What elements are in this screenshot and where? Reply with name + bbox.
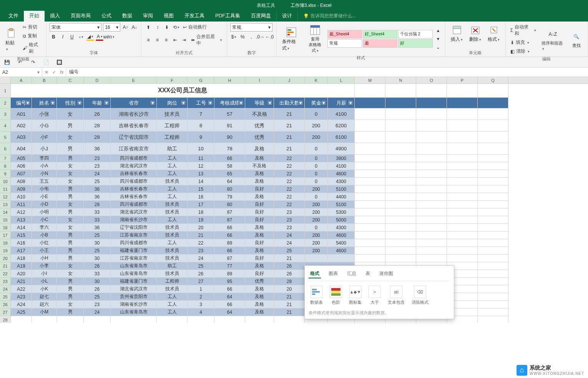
table-cell[interactable]: 辽宁省沈阳市 xyxy=(111,224,157,231)
table-cell[interactable]: 四川省成都市 xyxy=(111,155,157,162)
table-cell[interactable] xyxy=(478,301,508,308)
table-cell[interactable]: 200 xyxy=(305,120,328,132)
table-cell[interactable]: 小J xyxy=(32,143,57,155)
table-header-cell[interactable]: 岗位▾ xyxy=(157,98,188,108)
table-cell[interactable]: 21 xyxy=(274,143,305,155)
column-header-N[interactable]: N xyxy=(385,77,416,83)
table-cell[interactable] xyxy=(416,155,447,162)
table-cell[interactable]: 及格 xyxy=(245,170,274,178)
table-cell[interactable] xyxy=(355,178,385,185)
table-cell[interactable]: 24 xyxy=(188,255,214,262)
table-cell[interactable]: 12 xyxy=(188,162,214,170)
filter-dropdown[interactable]: ▾ xyxy=(348,100,353,105)
table-cell[interactable]: 王五 xyxy=(32,178,57,185)
table-header-cell[interactable]: 考核成绩▾ xyxy=(214,98,245,108)
gallery-up-button[interactable]: ▴ xyxy=(434,27,442,34)
table-cell[interactable]: 14 xyxy=(188,178,214,185)
comma-button[interactable]: , xyxy=(248,33,255,41)
table-cell[interactable]: 8 xyxy=(188,120,214,132)
table-cell[interactable]: 李六 xyxy=(32,224,57,231)
table-cell[interactable] xyxy=(355,193,385,201)
table-header-cell[interactable] xyxy=(416,98,447,108)
filter-dropdown[interactable]: ▾ xyxy=(321,100,326,105)
table-cell[interactable]: 4 xyxy=(188,308,214,316)
table-cell[interactable]: 工人 xyxy=(157,239,188,247)
table-cell[interactable]: 1 xyxy=(188,285,214,293)
table-cell[interactable]: 小H xyxy=(32,255,57,262)
italic-button[interactable]: I xyxy=(59,33,66,41)
column-header-Q[interactable]: Q xyxy=(478,77,508,83)
cut-button[interactable]: ✂剪切 xyxy=(21,23,43,31)
table-header-cell[interactable] xyxy=(355,98,385,108)
table-cell[interactable]: 66 xyxy=(214,231,245,239)
table-cell[interactable]: 小D xyxy=(32,201,57,208)
table-cell[interactable]: 66 xyxy=(214,224,245,231)
table-cell[interactable]: 男 xyxy=(57,278,84,285)
table-cell[interactable] xyxy=(416,84,447,98)
table-cell[interactable]: 赵六 xyxy=(32,301,57,308)
qat-extra2-button[interactable]: 🔲 xyxy=(55,58,63,66)
table-header-cell[interactable]: 年龄▾ xyxy=(84,98,111,108)
table-cell[interactable]: 女 xyxy=(57,216,84,224)
table-cell[interactable]: 57 xyxy=(214,108,245,120)
table-cell[interactable]: 21 xyxy=(274,108,305,120)
tab-review[interactable]: 审阅 xyxy=(138,10,158,22)
table-cell[interactable] xyxy=(355,239,385,247)
table-cell[interactable]: 技术员 xyxy=(157,255,188,262)
table-cell[interactable] xyxy=(245,316,274,323)
table-cell[interactable]: 吉林省长春市 xyxy=(111,170,157,178)
table-cell[interactable]: A10 xyxy=(11,193,32,201)
decrease-indent-button[interactable]: ⇤ xyxy=(171,36,179,44)
border-button[interactable]: ▫ xyxy=(77,33,85,41)
undo-button[interactable]: ↶ xyxy=(16,58,24,66)
tab-dev[interactable]: 开发工具 xyxy=(179,10,210,22)
table-cell[interactable]: 0 xyxy=(305,162,328,170)
table-cell[interactable]: 33 xyxy=(84,208,111,216)
table-cell[interactable]: 小N xyxy=(32,170,57,178)
table-header-cell[interactable]: 性别▾ xyxy=(57,98,84,108)
table-cell[interactable]: A17 xyxy=(11,247,32,255)
increase-font-icon[interactable]: A↑ xyxy=(122,23,129,31)
table-cell[interactable]: 24 xyxy=(84,170,111,178)
row-header-20[interactable]: 20 xyxy=(0,255,11,262)
table-cell[interactable] xyxy=(478,120,508,132)
table-cell[interactable]: A03 xyxy=(11,132,32,143)
table-cell[interactable]: 25 xyxy=(84,247,111,255)
table-cell[interactable]: 技术员 xyxy=(157,108,188,120)
table-cell[interactable]: 28 xyxy=(274,278,305,285)
table-cell[interactable] xyxy=(11,316,32,323)
table-cell[interactable]: 89 xyxy=(214,270,245,278)
table-cell[interactable]: 小A xyxy=(32,162,57,170)
table-cell[interactable]: 小I xyxy=(32,270,57,278)
table-cell[interactable]: 21 xyxy=(188,231,214,239)
table-cell[interactable]: 男 xyxy=(57,239,84,247)
table-cell[interactable] xyxy=(416,201,447,208)
table-cell[interactable]: 男 xyxy=(57,193,84,201)
table-cell[interactable]: 工程师 xyxy=(157,278,188,285)
table-cell[interactable]: 良好 xyxy=(245,185,274,193)
table-cell[interactable]: 湖北省武汉市 xyxy=(111,285,157,293)
table-cell[interactable]: A04 xyxy=(11,143,32,155)
table-cell[interactable]: 优秀 xyxy=(245,132,274,143)
table-header-cell[interactable]: 姓名▾ xyxy=(32,98,57,108)
table-cell[interactable] xyxy=(478,285,508,293)
table-cell[interactable] xyxy=(355,208,385,216)
table-cell[interactable]: 28 xyxy=(84,132,111,143)
table-cell[interactable]: 30 xyxy=(84,278,111,285)
table-cell[interactable]: 0 xyxy=(305,143,328,155)
table-cell[interactable]: 4600 xyxy=(328,170,355,178)
insert-cells-button[interactable]: 插入 xyxy=(448,23,465,43)
align-middle-button[interactable]: ↕ xyxy=(154,23,161,31)
table-cell[interactable]: 26 xyxy=(274,270,305,278)
table-cell[interactable]: 小李 xyxy=(32,262,57,270)
table-cell[interactable] xyxy=(447,178,478,185)
quick-tab-chart[interactable]: 图表 xyxy=(327,270,339,278)
table-cell[interactable] xyxy=(385,208,416,216)
table-cell[interactable]: A09 xyxy=(11,185,32,193)
table-cell[interactable] xyxy=(416,255,447,262)
redo-button[interactable]: ↷ xyxy=(29,58,37,66)
table-cell[interactable] xyxy=(355,201,385,208)
table-cell[interactable]: 吉林省长春市 xyxy=(111,120,157,132)
table-cell[interactable]: 4600 xyxy=(328,247,355,255)
table-cell[interactable]: 22 xyxy=(274,201,305,208)
